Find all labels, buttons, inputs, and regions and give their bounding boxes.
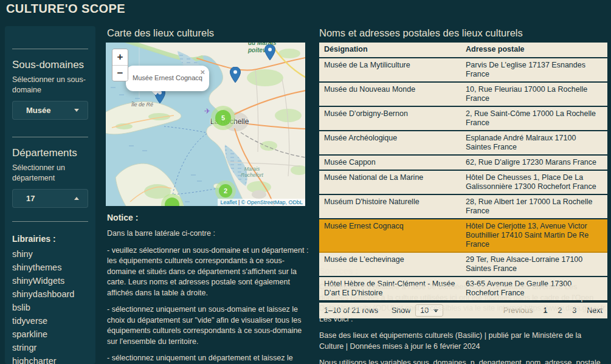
departements-heading: Départements [12, 147, 88, 159]
sources-paragraph: Nous utilisons les variables sous_domain… [319, 358, 607, 364]
chevron-down-icon [74, 109, 79, 112]
library-item: tidyverse [12, 314, 88, 328]
cell-adresse: 62, Rue D'aligre 17230 Marans France [461, 156, 607, 170]
cell-adresse: Hôtel De Clerjotte 13, Avenue Victor Bou… [461, 219, 607, 252]
zoom-out-button[interactable]: − [112, 65, 128, 81]
osm-link[interactable]: © OpenStreetMap, ODbL [241, 199, 303, 205]
sous-domaines-heading: Sous-domaines [12, 59, 88, 71]
map-attribution: Leaflet | © OpenStreetMap, ODbL [218, 199, 305, 206]
chevron-up-icon [74, 197, 79, 200]
sources-paragraph: Base des lieux et équipements culturels … [319, 331, 607, 352]
notice-section: Notice : Dans la barre latérale ci-contr… [107, 213, 311, 364]
departement-value: 17 [26, 194, 35, 203]
table-row[interactable]: Musée D'orbigny-Bernon 2, Rue Saint-Côme… [319, 107, 607, 131]
cell-adresse: Esplanade André Malraux 17100 Saintes Fr… [461, 131, 607, 154]
notice-heading: Notice : [107, 213, 311, 222]
table-row[interactable]: Muséum D'histoire Naturelle 28, Rue Albe… [319, 195, 607, 219]
map-popup: Musée Ernest Cognacq × [126, 66, 209, 91]
cell-designation: Muséum D'histoire Naturelle [319, 195, 461, 218]
notice-paragraph: - veuillez sélectionner un sous-domaine … [107, 246, 311, 299]
sources-paragraph: Cette étude est réalisée à l'aide de don… [319, 282, 607, 325]
map-label-marais-rochefort: Marais Rochefort [241, 166, 263, 178]
sous-domaine-select[interactable]: Musée [12, 101, 88, 120]
divider [12, 137, 88, 137]
table-row[interactable]: Musée National de La Marine Hôtel De Che… [319, 171, 607, 195]
sous-domaine-value: Musée [26, 106, 50, 115]
notice-paragraph: - sélectionnez uniquement un sous-domain… [107, 304, 311, 347]
cell-designation: Musée de La Mytiliculture [319, 58, 461, 81]
cell-designation: Musée Ernest Cognacq [319, 219, 461, 252]
app-title: CULTURE'O SCOPE [6, 2, 125, 16]
libraries-list: shiny shinythemes shinyWidgets shinydash… [12, 247, 88, 364]
popup-text: Musée Ernest Cognacq [126, 74, 209, 81]
cell-adresse: Parvis De L'eglise 17137 Esnandes France [461, 58, 607, 81]
cell-designation: Musée D'orbigny-Bernon [319, 107, 461, 130]
table-row[interactable]: Musée du Nouveau Monde 10, Rue Fleuriau … [319, 83, 607, 107]
column-header-adresse[interactable]: Adresse postale [461, 43, 607, 57]
notice-paragraph: Dans la barre latérale ci-contre : [107, 228, 311, 239]
cell-designation: Musée Cappon [319, 156, 461, 170]
cell-designation: Musée Archéologique [319, 131, 461, 154]
cell-designation: Musée National de La Marine [319, 171, 461, 194]
library-item: shinythemes [12, 261, 88, 274]
marker-cluster[interactable]: 5 [211, 106, 235, 130]
zoom-in-button[interactable]: + [112, 49, 128, 65]
leaflet-map[interactable]: du Marais poitevin Île de Ré La Rochelle… [106, 43, 305, 206]
zoom-control: + − [112, 49, 128, 81]
map-marker-icon[interactable] [230, 67, 241, 83]
cell-adresse: 10, Rue Fleuriau 17000 La Rochelle Franc… [461, 83, 607, 106]
sources-section: Sources : Cette étude est réalisée à l'a… [319, 266, 607, 364]
table-row[interactable]: Musée Cappon 62, Rue D'aligre 17230 Mara… [319, 156, 607, 171]
cell-adresse: 2, Rue Saint-Côme 17000 La Rochelle Fran… [461, 107, 607, 130]
map-section-heading: Carte des lieux culturels [107, 27, 214, 39]
divider [12, 221, 88, 222]
sous-domaines-label: Sélectionner un sous-domaine [12, 75, 88, 95]
close-icon[interactable]: × [200, 68, 205, 76]
library-item: stringr [12, 341, 88, 354]
departement-select[interactable]: 17 [12, 189, 88, 208]
library-item: highcharter [12, 354, 88, 364]
map-marker-icon[interactable] [264, 44, 275, 61]
libraries-heading: Librairies : [12, 234, 88, 244]
library-item: shinyWidgets [12, 274, 88, 287]
table-row[interactable]: Musée Ernest Cognacq Hôtel De Clerjotte … [319, 219, 607, 253]
library-item: sparkline [12, 328, 88, 341]
cell-designation: Musée du Nouveau Monde [319, 83, 461, 106]
notice-paragraph: - sélectionnez uniquement un département… [107, 353, 311, 364]
table-row[interactable]: Musée Archéologique Esplanade André Malr… [319, 131, 607, 156]
map-label-ile-de-re: Île de Ré [131, 101, 153, 108]
table-header-row: Désignation Adresse postale [319, 43, 607, 58]
library-item: shiny [12, 247, 88, 261]
sources-heading: Sources : [319, 266, 607, 276]
airport-icon: ✈ [204, 107, 210, 115]
marker-cluster[interactable]: 2 [215, 180, 236, 201]
leaflet-link[interactable]: Leaflet [220, 199, 236, 205]
divider [12, 49, 88, 49]
table-section-heading: Noms et adresses postales des lieux cult… [319, 27, 523, 39]
cell-adresse: 28, Rue Albert 1er 17000 La Rochelle Fra… [461, 195, 607, 218]
column-header-designation[interactable]: Désignation [319, 43, 461, 57]
library-item: bslib [12, 301, 88, 314]
table-row[interactable]: Musée de La Mytiliculture Parvis De L'eg… [319, 58, 607, 83]
cell-adresse: Hôtel De Cheusses 1, Place De La Galisso… [461, 171, 607, 194]
library-item: shinydashboard [12, 287, 88, 301]
sidebar: Sous-domaines Sélectionner un sous-domai… [5, 26, 95, 364]
departements-label: Sélectionner un département [12, 163, 88, 184]
